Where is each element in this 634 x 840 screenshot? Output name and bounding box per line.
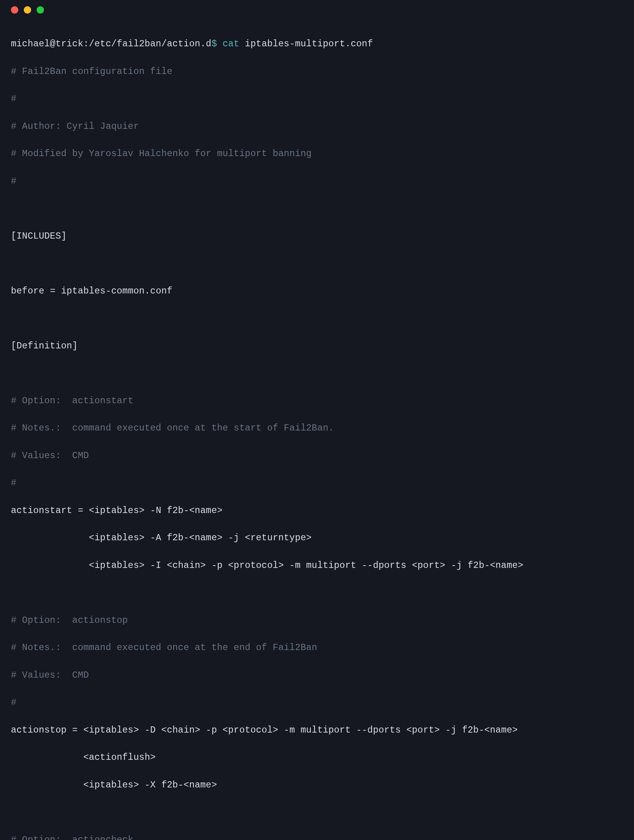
output-line: actionstop = <iptables> -D <chain> -p <p… xyxy=(11,723,623,737)
prompt-userhost: michael@trick:/etc/fail2ban/action.d xyxy=(11,39,211,49)
output-line: <actionflush> xyxy=(11,750,623,764)
section-header: [INCLUDES] xyxy=(11,231,67,241)
output-line: actionstart = <iptables> -N f2b-<name> xyxy=(11,504,623,517)
ini-key: actionstop xyxy=(11,725,67,735)
output-line: before = iptables-common.conf xyxy=(11,284,623,298)
section-header: [Definition] xyxy=(11,341,78,351)
output-line: # Fail2Ban configuration file xyxy=(11,65,623,78)
ini-value: <iptables> -N f2b-<name> xyxy=(89,505,222,516)
output-line: [INCLUDES] xyxy=(11,229,623,243)
output-line: # xyxy=(11,476,623,490)
output-line xyxy=(11,311,623,325)
output-line: # Option: actionstop xyxy=(11,613,623,627)
output-line: # Values: CMD xyxy=(11,449,623,462)
terminal-content[interactable]: michael@trick:/etc/fail2ban/action.d$ ca… xyxy=(0,19,634,840)
output-line xyxy=(11,805,623,819)
output-line: # Modified by Yaroslav Halchenko for mul… xyxy=(11,147,623,160)
output-line xyxy=(11,586,623,599)
output-line: # Notes.: command executed once at the e… xyxy=(11,641,623,654)
output-line: # Values: CMD xyxy=(11,668,623,682)
output-line: # xyxy=(11,92,623,105)
command-arg: iptables-multiport.conf xyxy=(245,39,373,49)
output-line: [Definition] xyxy=(11,339,623,353)
output-line: # xyxy=(11,696,623,709)
ini-key: before xyxy=(11,286,44,296)
ini-value: iptables-common.conf xyxy=(61,286,173,296)
output-line: # Option: actioncheck xyxy=(11,833,623,840)
output-line xyxy=(11,366,623,380)
close-icon[interactable] xyxy=(11,6,18,14)
ini-value: <iptables> -D <chain> -p <protocol> -m m… xyxy=(83,725,518,735)
output-line: # Option: actionstart xyxy=(11,394,623,408)
maximize-icon[interactable] xyxy=(37,6,44,14)
output-line: <iptables> -I <chain> -p <protocol> -m m… xyxy=(11,559,623,572)
output-line xyxy=(11,202,623,215)
terminal-window: michael@trick:/etc/fail2ban/action.d$ ca… xyxy=(0,0,634,840)
output-line: # Notes.: command executed once at the s… xyxy=(11,421,623,435)
titlebar xyxy=(0,0,634,19)
output-line: <iptables> -X f2b-<name> xyxy=(11,778,623,792)
command: cat xyxy=(223,39,240,49)
minimize-icon[interactable] xyxy=(24,6,31,14)
prompt-dollar: $ xyxy=(211,39,217,49)
prompt-line: michael@trick:/etc/fail2ban/action.d$ ca… xyxy=(11,37,623,51)
output-line: # Author: Cyril Jaquier xyxy=(11,119,623,133)
output-line: # xyxy=(11,174,623,188)
ini-key: actionstart xyxy=(11,505,72,516)
output-line: <iptables> -A f2b-<name> -j <returntype> xyxy=(11,531,623,545)
output-line xyxy=(11,257,623,270)
